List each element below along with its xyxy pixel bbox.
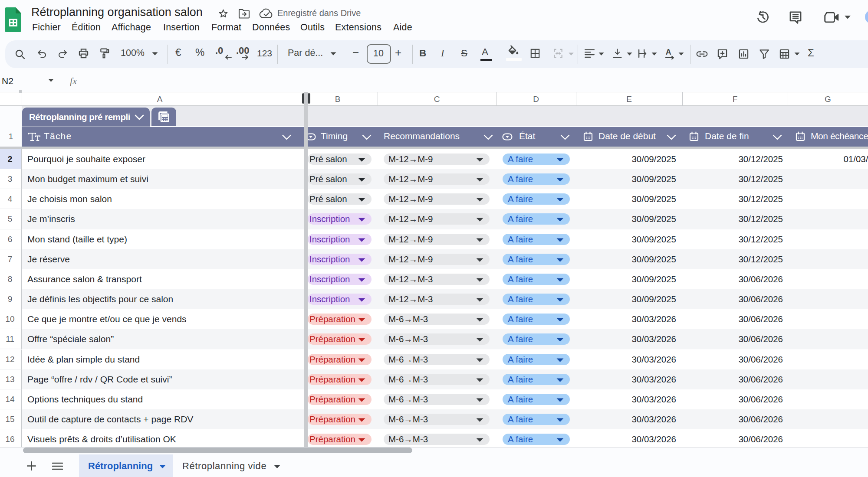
svg-text:A: A <box>666 48 671 56</box>
